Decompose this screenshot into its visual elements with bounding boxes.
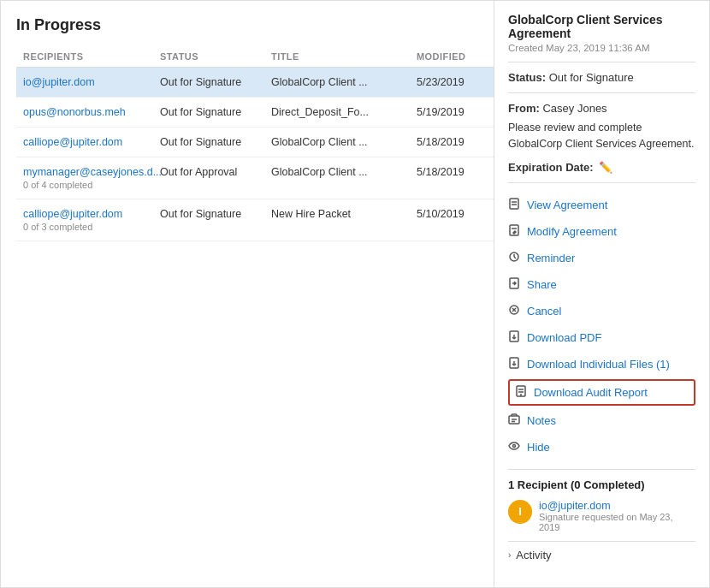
title-cell: GlobalCorp Client ... — [271, 136, 417, 148]
table-row[interactable]: calliope@jupiter.dom Out for Signature G… — [16, 128, 494, 157]
divider-1 — [508, 62, 695, 62]
from-line: From: Casey Jones — [508, 102, 695, 115]
recipient-cell: opus@nonorbus.meh — [23, 106, 160, 118]
table-row[interactable]: io@jupiter.dom Out for Signature GlobalC… — [16, 68, 494, 98]
action-item-hide[interactable]: Hide — [508, 434, 695, 460]
download-pdf-icon — [508, 330, 520, 345]
expiration-line: Expiration Date: ✏️ — [508, 161, 695, 174]
recipient-info: io@jupiter.dom Signature requested on Ma… — [539, 500, 695, 532]
modified-cell: 5/10/2019 — [417, 208, 494, 220]
recipient-email: calliope@jupiter.dom — [23, 208, 160, 220]
view-agreement-label: View Agreement — [527, 199, 607, 211]
activity-toggle[interactable]: › Activity — [508, 549, 695, 561]
status-line: Status: Out for Signature — [508, 71, 695, 84]
recipient-email: io@jupiter.dom — [23, 76, 160, 88]
divider-4 — [508, 469, 695, 470]
col-modified: MODIFIED — [417, 51, 494, 62]
action-item-modify-agreement[interactable]: Modify Agreement — [508, 218, 695, 245]
recipient-email[interactable]: io@jupiter.dom — [539, 500, 695, 512]
svg-line-7 — [514, 257, 516, 258]
status-cell: Out for Signature — [160, 208, 271, 220]
status-cell: Out for Signature — [160, 76, 271, 88]
status-label: Status: — [508, 71, 546, 84]
page-title: In Progress — [16, 16, 494, 34]
action-item-reminder[interactable]: Reminder — [508, 245, 695, 271]
reminder-icon — [508, 251, 520, 265]
recipient-cell: mymanager@caseyjones.d... 0 of 4 complet… — [23, 166, 160, 190]
col-title: TITLE — [271, 51, 417, 62]
modified-cell: 5/18/2019 — [417, 136, 494, 148]
notes-icon — [508, 413, 520, 428]
status-value: Out for Signature — [549, 71, 634, 84]
left-panel: In Progress RECIPIENTS STATUS TITLE MODI… — [1, 1, 494, 587]
download-individual-icon — [508, 357, 520, 371]
avatar: I — [508, 500, 532, 524]
action-item-cancel[interactable]: Cancel — [508, 298, 695, 324]
recipient-cell: io@jupiter.dom — [23, 76, 160, 88]
recipient-email: mymanager@caseyjones.d... — [23, 166, 160, 178]
divider-2 — [508, 92, 695, 93]
hide-label: Hide — [527, 441, 550, 454]
modify-agreement-icon — [508, 224, 520, 239]
chevron-right-icon: › — [508, 550, 511, 560]
action-item-download-individual[interactable]: Download Individual Files (1) — [508, 351, 695, 377]
modify-agreement-label: Modify Agreement — [527, 225, 617, 238]
notes-label: Notes — [527, 414, 556, 427]
hide-icon — [508, 440, 520, 454]
download-pdf-label: Download PDF — [527, 331, 601, 344]
action-item-download-audit[interactable]: Download Audit Report — [508, 379, 695, 406]
divider-3 — [508, 182, 695, 183]
table-row[interactable]: opus@nonorbus.meh Out for Signature Dire… — [16, 98, 494, 128]
right-panel: GlobalCorp Client Services Agreement Cre… — [494, 1, 709, 587]
title-cell: GlobalCorp Client ... — [271, 166, 417, 178]
created-date: Created May 23, 2019 11:36 AM — [508, 43, 695, 53]
request-text: Signature requested on May 23, 2019 — [539, 512, 695, 532]
action-item-share[interactable]: Share — [508, 271, 695, 298]
modified-cell: 5/18/2019 — [417, 166, 494, 178]
share-icon — [508, 277, 520, 292]
col-status: STATUS — [160, 51, 271, 62]
share-label: Share — [527, 278, 557, 291]
reminder-label: Reminder — [527, 252, 575, 264]
svg-rect-0 — [510, 199, 518, 209]
col-recipients: RECIPIENTS — [23, 51, 160, 62]
view-agreement-icon — [508, 198, 520, 212]
status-cell: Out for Signature — [160, 106, 271, 118]
agreement-title: GlobalCorp Client Services Agreement — [508, 13, 695, 40]
activity-label: Activity — [516, 549, 551, 561]
table-header: RECIPIENTS STATUS TITLE MODIFIED — [16, 46, 494, 68]
cancel-icon — [508, 304, 520, 318]
download-audit-label: Download Audit Report — [534, 386, 648, 399]
recipient-email: opus@nonorbus.meh — [23, 106, 160, 118]
message-text: Please review and complete GlobalCorp Cl… — [508, 120, 695, 152]
expiration-label: Expiration Date: — [508, 161, 594, 174]
edit-expiration-icon[interactable]: ✏️ — [599, 161, 612, 174]
modified-cell: 5/19/2019 — [417, 106, 494, 118]
sub-text: 0 of 4 completed — [23, 180, 160, 190]
download-audit-icon — [515, 385, 527, 400]
recipient-row: I io@jupiter.dom Signature requested on … — [508, 500, 695, 532]
status-cell: Out for Approval — [160, 166, 271, 178]
from-value: Casey Jones — [542, 102, 606, 115]
action-item-notes[interactable]: Notes — [508, 407, 695, 434]
action-list: View Agreement Modify Agreement Reminder… — [508, 192, 695, 460]
download-individual-label: Download Individual Files (1) — [527, 358, 670, 371]
sub-text: 0 of 3 completed — [23, 222, 160, 232]
action-item-download-pdf[interactable]: Download PDF — [508, 324, 695, 351]
title-cell: New Hire Packet — [271, 208, 417, 220]
recipient-email: calliope@jupiter.dom — [23, 136, 160, 148]
title-cell: Direct_Deposit_Fo... — [271, 106, 417, 118]
recipient-cell: calliope@jupiter.dom — [23, 136, 160, 148]
title-cell: GlobalCorp Client ... — [271, 76, 417, 88]
table-row[interactable]: mymanager@caseyjones.d... 0 of 4 complet… — [16, 157, 494, 199]
status-cell: Out for Signature — [160, 136, 271, 148]
recipient-cell: calliope@jupiter.dom 0 of 3 completed — [23, 208, 160, 232]
from-label: From: — [508, 102, 540, 115]
modified-cell: 5/23/2019 — [417, 76, 494, 88]
table-body: io@jupiter.dom Out for Signature GlobalC… — [16, 68, 494, 241]
table-row[interactable]: calliope@jupiter.dom 0 of 3 completed Ou… — [16, 199, 494, 241]
recipients-section: 1 Recipient (0 Completed) I io@jupiter.d… — [508, 478, 695, 532]
activity-section: › Activity — [508, 541, 695, 561]
recipients-list: I io@jupiter.dom Signature requested on … — [508, 500, 695, 532]
action-item-view-agreement[interactable]: View Agreement — [508, 192, 695, 218]
